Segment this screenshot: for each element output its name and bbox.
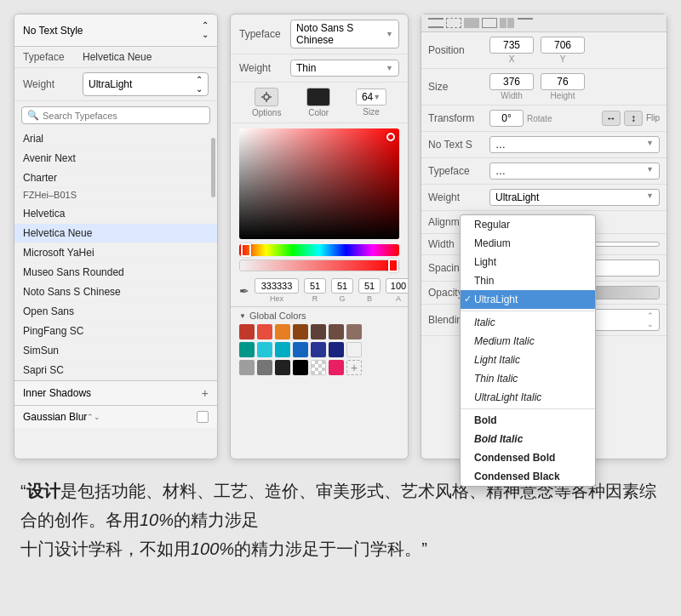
dropdown-item-condensed-bold[interactable]: Condensed Bold — [461, 448, 595, 467]
y-input[interactable] — [541, 37, 585, 54]
dropdown-item-bold-italic[interactable]: Bold Italic — [461, 430, 595, 448]
color-swatch-brown4[interactable] — [346, 324, 362, 339]
multi-rect-icon[interactable] — [500, 18, 515, 28]
style-selector-chevron[interactable] — [202, 21, 209, 39]
list-item[interactable]: Museo Sans Rounded — [14, 263, 217, 282]
color-swatch-brown2[interactable] — [311, 324, 326, 339]
panel1-header[interactable]: No Text Style — [14, 14, 217, 47]
color-swatch-darkgray[interactable] — [275, 360, 290, 375]
inner-shadows-add-button[interactable]: + — [202, 386, 209, 400]
dropdown-item-ultralight-italic[interactable]: UltraLight Italic — [461, 388, 595, 407]
color-swatch-black[interactable] — [293, 360, 308, 375]
dropdown-item-condensed-black[interactable]: Condensed Black — [461, 467, 595, 486]
svg-point-0 — [264, 94, 269, 100]
scrollbar[interactable] — [211, 138, 215, 197]
weight-selector3[interactable]: UltraLight ▼ — [489, 189, 660, 206]
color-swatch-white[interactable] — [346, 342, 362, 357]
height-input[interactable] — [541, 73, 585, 90]
dashed-rect-icon[interactable] — [446, 18, 461, 28]
dropdown-item-medium[interactable]: Medium — [461, 234, 595, 253]
dropdown-item-italic[interactable]: Italic — [461, 313, 595, 332]
typeface-select[interactable]: Noto Sans S Chinese ▼ — [290, 20, 399, 48]
gradient-cursor[interactable] — [386, 133, 395, 141]
list-item[interactable]: PingFang SC — [14, 322, 217, 341]
dropdown-item-regular[interactable]: Regular — [461, 215, 595, 234]
search-typefaces-box[interactable]: 🔍 — [21, 106, 210, 124]
color-swatch-pink[interactable] — [329, 360, 344, 375]
color-swatch-transparent[interactable] — [311, 360, 326, 375]
flip-v-button[interactable]: ↕ — [624, 111, 643, 126]
width-input[interactable] — [489, 73, 534, 90]
color-swatch-cyan[interactable] — [257, 342, 272, 357]
eyedropper-icon[interactable]: ✒ — [239, 284, 249, 298]
list-item[interactable]: Helvetica — [14, 204, 217, 224]
panel1-title: No Text Style — [23, 25, 83, 37]
b-input[interactable] — [358, 278, 381, 294]
typeface-value: Helvetica Neue — [83, 51, 209, 63]
color-swatch-teal[interactable] — [239, 342, 255, 357]
g-input[interactable] — [331, 278, 353, 294]
text-part5: 的精力涉足于一门学科。” — [234, 539, 427, 558]
search-input[interactable] — [43, 111, 204, 121]
flip-h-button[interactable]: ↔ — [602, 111, 621, 126]
hue-thumb[interactable] — [241, 243, 251, 257]
options-button[interactable] — [255, 88, 278, 106]
g-input-col: G — [331, 278, 353, 303]
a-label: A — [396, 294, 401, 303]
dropdown-item-medium-italic[interactable]: Medium Italic — [461, 332, 595, 351]
rotate-input[interactable] — [489, 110, 524, 127]
typeface-selector[interactable]: … ▼ — [489, 163, 660, 180]
dropdown-item-light-italic[interactable]: Light Italic — [461, 351, 595, 369]
weight-select[interactable]: Thin ▼ — [290, 60, 399, 77]
rect-icon[interactable] — [482, 18, 497, 28]
list-item[interactable]: Arial — [14, 129, 217, 149]
list-item[interactable]: Helvetica Neue — [14, 224, 217, 243]
text-options-row: Options Color 64 ▼ Size — [231, 83, 408, 123]
color-swatch-brown[interactable] — [293, 324, 308, 339]
list-item[interactable]: Avenir Next — [14, 149, 217, 168]
color-swatch-red2[interactable] — [257, 324, 272, 339]
color-swatch[interactable] — [306, 88, 330, 106]
color-gradient-field[interactable] — [239, 128, 399, 239]
color-swatch-brown3[interactable] — [329, 324, 344, 339]
size-input[interactable]: 64 ▼ — [356, 88, 386, 106]
alpha-thumb[interactable] — [388, 259, 398, 272]
add-color-button[interactable]: + — [346, 360, 362, 375]
hex-input[interactable] — [255, 278, 299, 294]
gaussian-blur-checkbox[interactable] — [197, 411, 209, 423]
dropdown-item-light[interactable]: Light — [461, 253, 595, 271]
text-part1: 是包括功能、材料、工艺、造价、审美形式、艺术风 — [60, 482, 452, 500]
color-swatch-blue2[interactable] — [311, 342, 326, 357]
text-style-panel: No Text Style Typeface Helvetica Neue We… — [14, 14, 218, 459]
list-item[interactable]: SimSun — [14, 341, 217, 361]
color-swatch-orange[interactable] — [275, 324, 290, 339]
dropdown-item-ultralight[interactable]: ✓ UltraLight — [461, 290, 595, 309]
color-swatch-gray2[interactable] — [257, 360, 272, 375]
line-icon[interactable] — [518, 18, 533, 28]
color-swatch-blue[interactable] — [293, 342, 308, 357]
hue-slider[interactable] — [239, 244, 399, 256]
weight-selector[interactable]: UltraLight ⌃⌄ — [83, 72, 209, 96]
solid-rect-icon[interactable] — [464, 18, 479, 28]
list-item[interactable]: Microsoft YaHei — [14, 243, 217, 263]
global-colors-header[interactable]: ▼ Global Colors — [239, 311, 399, 321]
list-item[interactable]: Sapri SC — [14, 361, 217, 380]
dropdown-item-thin-italic[interactable]: Thin Italic — [461, 369, 595, 388]
no-text-style-selector[interactable]: … ▼ — [489, 136, 660, 153]
a-input[interactable] — [386, 278, 409, 294]
r-input[interactable] — [304, 278, 326, 294]
list-item[interactable]: Noto Sans S Chinese — [14, 282, 217, 302]
list-item[interactable]: Open Sans — [14, 302, 217, 322]
color-swatch-darkblue[interactable] — [329, 342, 344, 357]
align-icon[interactable] — [428, 18, 444, 28]
x-input[interactable] — [489, 37, 534, 54]
color-swatch-gray[interactable] — [239, 360, 255, 375]
color-swatch-red[interactable] — [239, 324, 255, 339]
dropdown-item-bold[interactable]: Bold — [461, 411, 595, 430]
list-item[interactable]: Charter — [14, 168, 217, 188]
list-item[interactable]: FZHei–B01S — [14, 188, 217, 204]
alpha-slider[interactable] — [239, 260, 399, 271]
hex-input-col: Hex — [255, 278, 299, 303]
dropdown-item-thin[interactable]: Thin — [461, 271, 595, 290]
color-swatch-cyan2[interactable] — [275, 342, 290, 357]
